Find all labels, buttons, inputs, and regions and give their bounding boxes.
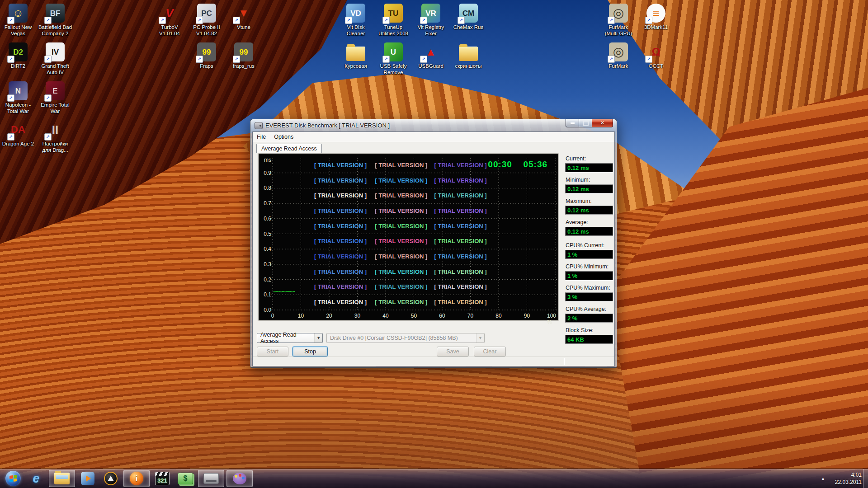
icon-dirt2[interactable]: D2↗DiRT2	[1, 42, 35, 70]
trial-watermark: [ TRIAL VERSION ]	[434, 268, 487, 275]
icon-3dmark11-label: 3DMark11	[639, 24, 673, 31]
stat-minimum-: Minimum:0.12 ms	[565, 177, 613, 193]
icon-vtune-icon: ▼↗	[234, 4, 253, 23]
taskbar-clock[interactable]: 4:01 22.03.2011	[835, 471, 862, 486]
media-player-classic-icon[interactable]: 321	[152, 470, 173, 487]
stat-value: 64 KB	[565, 335, 613, 344]
icon-vit-disk-cleaner-label: Vit Disk Cleaner	[339, 24, 373, 37]
stat-value: 1 %	[565, 271, 613, 280]
close-button[interactable]: ✕	[592, 119, 613, 127]
start-button[interactable]	[3, 470, 24, 487]
icon-tuneup-utilities-2008-label: TuneUp Utilities 2008	[376, 24, 410, 37]
icon-usbguard[interactable]: ▲↗USBGuard	[414, 42, 448, 70]
icon-tuneup-utilities-2008[interactable]: TU↗TuneUp Utilities 2008	[376, 4, 410, 37]
icon-kursovaya-folder[interactable]: Курсовая	[339, 42, 373, 70]
shortcut-arrow-icon: ↗	[233, 17, 240, 24]
stop-button-ctl[interactable]: Stop	[292, 347, 328, 357]
tab-average-read-access[interactable]: Average Read Access	[256, 144, 322, 153]
webmoney-icon[interactable]: $	[175, 470, 196, 487]
show-desktop-button[interactable]	[863, 469, 868, 488]
benchmark-type-dropdown[interactable]: Average Read Access ▼	[257, 333, 323, 343]
icon-turbov[interactable]: V↗TurboV V1.01.04	[152, 4, 187, 37]
stats-panel: Current:0.12 msMinimum:0.12 msMaximum:0.…	[565, 155, 613, 348]
icon-dirt2-icon: D2↗	[9, 42, 28, 61]
maximize-button[interactable]	[579, 119, 592, 127]
icon-skrinshoty-folder[interactable]: скриншоты	[451, 42, 486, 70]
title-bar[interactable]: EVEREST Disk Benchmark [ TRIAL VERSION ]	[250, 119, 617, 131]
palette-icon	[233, 473, 246, 484]
icon-fallout-new-vegas-label: Fallout New Vegas	[1, 24, 35, 37]
icon-fraps[interactable]: 99↗Fraps	[189, 42, 224, 70]
shortcut-arrow-icon: ↗	[7, 17, 14, 24]
save-button-ctl[interactable]: Save	[437, 347, 469, 357]
icon-3dmark11[interactable]: ≡↗3DMark11	[639, 4, 673, 31]
trial-watermark: [ TRIAL VERSION ]	[434, 177, 487, 184]
icon-occt[interactable]: Ω↗OCCT	[639, 42, 673, 70]
chevron-down-icon: ▼	[314, 333, 322, 343]
chart-plot: ms0.90.80.70.60.50.40.30.20.10.001020304…	[259, 154, 558, 320]
paint-app-button[interactable]	[226, 470, 253, 487]
icon-pc-probe-ii-label: PC Probe II V1.04.82	[189, 24, 224, 37]
x-axis-tick: 80	[495, 313, 501, 319]
icon-fraps-rus[interactable]: 99↗fraps_rus	[226, 42, 261, 70]
shortcut-arrow-icon: ↗	[458, 17, 465, 24]
icon-vit-registry-fixer[interactable]: VR↗Vit Registry Fixer	[414, 4, 448, 37]
window-icon	[255, 122, 263, 129]
icon-grand-theft-auto-iv-label: Grand Theft Auto IV	[38, 63, 72, 75]
trial-watermark: [ TRIAL VERSION ]	[375, 253, 427, 260]
icon-vit-disk-cleaner[interactable]: VD↗Vit Disk Cleaner	[339, 4, 373, 37]
icon-vtune-label: Vtune	[226, 24, 261, 31]
windows-explorer-button[interactable]	[49, 470, 75, 487]
icon-empire-total-war-label: Empire Total War	[38, 102, 72, 114]
disk-drive-dropdown[interactable]: Disk Drive #0 [Corsair CSSD-F90GB2] (858…	[326, 333, 485, 343]
icon-napoleon-total-war[interactable]: N↗Napoleon - Total War	[1, 81, 35, 114]
trial-watermark: [ TRIAL VERSION ]	[314, 207, 367, 214]
icon-usb-safely-remove[interactable]: U↗USB Safely Remove	[376, 42, 410, 75]
stat-value: 3 %	[565, 292, 613, 301]
icon-napoleon-total-war-label: Napoleon - Total War	[1, 102, 35, 114]
stat-value: 1 %	[565, 250, 613, 259]
icon-furmark-multi-gpu-label: FurMark (Multi-GPU)	[601, 24, 636, 37]
window-client: File Options Average Read Access ms0.90.…	[252, 131, 615, 366]
status-bar-divider	[564, 358, 564, 365]
icon-dragon-age-2-icon: DA↗	[9, 120, 28, 139]
icon-fallout-new-vegas[interactable]: ☺↗Fallout New Vegas	[1, 4, 35, 37]
icon-furmark-multi-gpu[interactable]: ◎↗FurMark (Multi-GPU)	[601, 4, 636, 37]
folder-icon	[346, 47, 365, 61]
aimp-icon[interactable]	[100, 470, 121, 487]
icon-battlefield-bad-company-2[interactable]: BF↗Battlefield Bad Company 2	[38, 4, 72, 37]
clapperboard-icon: 321	[155, 472, 170, 485]
windows-media-player-icon[interactable]	[77, 470, 98, 487]
trial-watermark: [ TRIAL VERSION ]	[375, 162, 427, 169]
icon-grand-theft-auto-iv[interactable]: IV↗Grand Theft Auto IV	[38, 42, 72, 75]
minimize-button[interactable]	[566, 119, 579, 127]
icon-furmark-icon: ◎↗	[609, 42, 628, 61]
icon-pc-probe-ii[interactable]: PC↗PC Probe II V1.04.82	[189, 4, 224, 37]
trial-watermark: [ TRIAL VERSION ]	[375, 223, 427, 230]
stat-cpu%-average-: CPU% Average:2 %	[565, 306, 613, 323]
icon-nastroyki-dlya-drag[interactable]: II↗Настройки для Drag...	[38, 120, 72, 153]
shortcut-arrow-icon: ↗	[645, 56, 652, 63]
ie-e-icon: e	[33, 472, 39, 486]
internet-explorer-icon[interactable]: e	[26, 470, 47, 487]
everest-button[interactable]: i	[123, 470, 150, 487]
stat-current-: Current:0.12 ms	[565, 155, 613, 172]
menu-options[interactable]: Options	[270, 133, 297, 141]
stat-value: 2 %	[565, 314, 613, 323]
shortcut-arrow-icon: ↗	[608, 56, 615, 63]
x-axis-tick: 100 %	[547, 313, 556, 325]
icon-dragon-age-2[interactable]: DA↗Dragon Age 2	[1, 120, 35, 147]
x-axis-tick: 70	[467, 313, 473, 319]
icon-skrinshoty-folder-icon	[459, 42, 478, 61]
everest-flame-icon: i	[130, 472, 143, 485]
menu-file[interactable]: File	[253, 133, 270, 141]
trial-watermark: [ TRIAL VERSION ]	[375, 177, 427, 184]
clear-button-ctl[interactable]: Clear	[474, 347, 506, 357]
icon-vtune[interactable]: ▼↗Vtune	[226, 4, 261, 31]
icon-empire-total-war[interactable]: E↗Empire Total War	[38, 81, 72, 114]
icon-chemax-rus[interactable]: CM↗CheMax Rus	[451, 4, 486, 31]
tray-chevron-icon[interactable]: ▲	[819, 474, 827, 483]
icon-furmark[interactable]: ◎↗FurMark	[601, 42, 636, 70]
disk-app-button[interactable]	[198, 470, 224, 487]
start-button-ctl[interactable]: Start	[257, 347, 288, 357]
